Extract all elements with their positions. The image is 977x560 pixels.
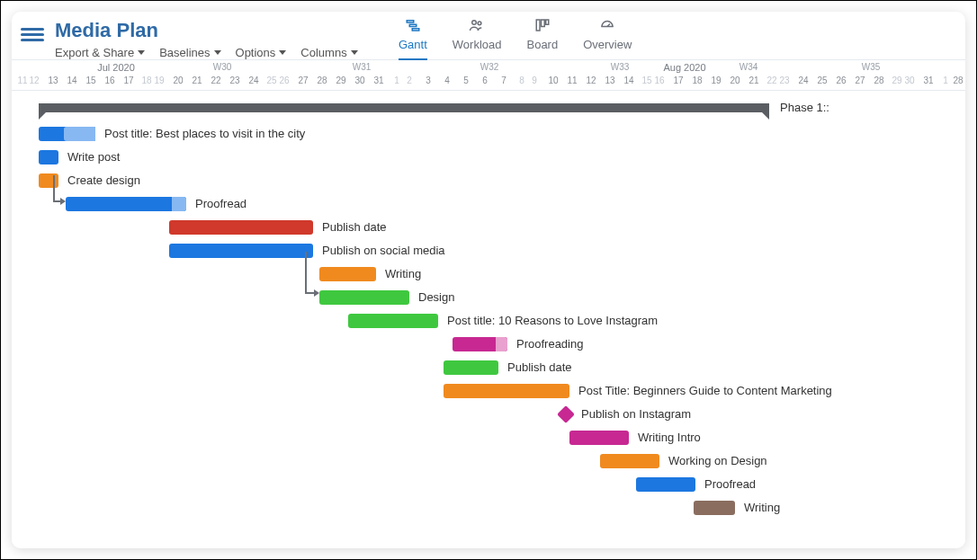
tab-workload-label: Workload [453,38,502,51]
tab-overview-label: Overview [583,38,632,51]
day-label: 5 [463,76,469,85]
day-label: 15 [85,76,95,85]
task-bar[interactable] [319,290,409,305]
task-bar[interactable] [39,173,58,188]
svg-rect-1 [409,24,417,26]
day-label: 8 [519,76,524,85]
task-bar[interactable] [600,454,659,468]
task-bar[interactable] [39,127,95,141]
dependency-arrow [305,292,318,294]
task-label: Post title: 10 Reasons to Love Instagram [447,314,658,327]
day-label: 28 [317,76,327,85]
dependency-line [53,175,55,200]
menu-options[interactable]: Options [236,46,287,59]
day-label: 1 [394,76,399,85]
tab-overview[interactable]: Overview [583,17,632,60]
task-bar[interactable] [694,501,735,515]
task-bar[interactable] [319,267,376,281]
day-label: 20 [730,76,739,85]
day-label: 25 [266,76,276,85]
app-panel: Media Plan Export & Share Baselines Opti… [12,12,965,548]
day-label: 27 [855,76,865,85]
task-label: Create design [67,173,140,187]
menu-columns[interactable]: Columns [300,46,357,59]
task-bar[interactable] [169,244,313,258]
day-label: 1 [943,76,948,85]
dependency-line [305,252,307,292]
day-label: 29 [892,76,901,85]
task-label: Proofreading [516,337,583,351]
week-label: W35 [862,62,881,72]
day-label: 22 [211,76,220,85]
svg-point-4 [478,22,481,25]
menu-export-label: Export & Share [55,46,134,59]
tab-board[interactable]: Board [526,17,558,60]
task-label: Proofread [195,197,246,210]
day-label: 25 [817,76,827,85]
task-label: Proofread [704,477,756,491]
svg-rect-5 [536,20,540,31]
header-menus: Export & Share Baselines Options Columns [55,46,358,59]
task-bar[interactable] [348,314,438,328]
people-icon [469,17,485,36]
menu-baselines[interactable]: Baselines [159,46,220,59]
day-label: 30 [354,76,364,85]
menu-export[interactable]: Export & Share [55,46,145,59]
task-bar[interactable] [453,337,507,351]
day-label: 16 [654,76,664,85]
task-bar[interactable] [444,384,569,398]
chevron-down-icon [351,50,358,55]
svg-rect-6 [541,20,544,27]
day-label: 6 [482,76,488,85]
header: Media Plan Export & Share Baselines Opti… [12,12,965,60]
day-label: 24 [798,76,808,85]
day-label: 31 [373,76,383,85]
day-label: 20 [173,76,183,85]
svg-rect-2 [412,29,419,31]
day-label: 2 [407,76,412,85]
tab-board-label: Board [526,38,558,51]
day-label: 17 [673,76,683,85]
menu-baselines-label: Baselines [159,46,210,59]
phase-bar[interactable] [39,103,769,112]
view-tabs: Gantt Workload Board Overview [399,17,632,60]
task-bar[interactable] [169,220,313,235]
day-label: 23 [779,76,789,85]
tab-workload[interactable]: Workload [453,17,502,60]
day-label: 14 [623,76,633,85]
day-label: 26 [836,76,846,85]
task-label: Design [418,290,454,304]
day-label: 19 [711,76,721,85]
tab-gantt[interactable]: Gantt [399,17,427,61]
menu-icon[interactable] [21,28,44,41]
day-label: 9 [532,76,537,85]
page-title: Media Plan [55,19,358,42]
task-bar[interactable] [66,197,186,211]
task-bar[interactable] [444,360,498,375]
tab-gantt-label: Gantt [399,38,427,51]
task-label: Write post [67,150,120,164]
milestone[interactable] [557,405,575,423]
day-label: 14 [67,76,76,85]
task-bar[interactable] [569,431,629,445]
phase-label: Phase 1:: [780,101,829,114]
day-label: 24 [248,76,258,85]
task-label: Writing [385,267,421,280]
svg-rect-7 [546,20,549,24]
dependency-arrow [53,200,64,202]
day-label: 28 [953,76,963,85]
menu-columns-label: Columns [300,46,346,59]
day-label: 10 [548,76,558,85]
day-label: 17 [123,76,133,85]
day-label: 29 [336,76,345,85]
week-label: W34 [739,62,758,72]
timeline-header: Jul 2020Aug 2020 W30W31W32W33W34W35 1112… [12,60,965,91]
gantt-area[interactable]: Phase 1::Post title: Best places to visi… [12,91,965,548]
day-label: 3 [426,76,431,85]
task-bar[interactable] [39,150,58,164]
day-label: 16 [104,76,114,85]
day-label: 28 [874,76,883,85]
task-bar[interactable] [636,477,695,492]
task-label: Publish date [507,360,572,374]
gantt-icon [405,17,421,36]
